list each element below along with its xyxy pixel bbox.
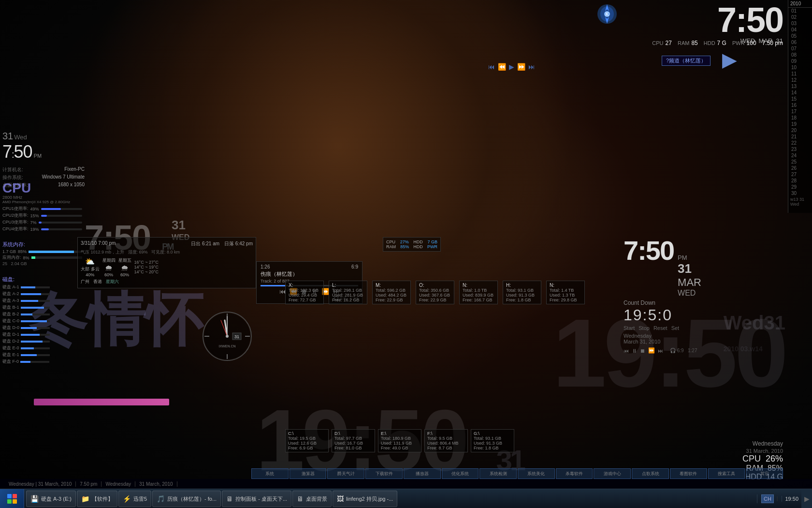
taskbar-item-hdd[interactable]: 💾 硬盘 A-3 (E:) <box>26 491 76 507</box>
cpu-stat: CPU 27 <box>652 40 672 46</box>
mc-play-icon[interactable]: ▶ <box>509 63 514 71</box>
weather-temps: 16°C ~ 27°C 14°C ~ 19°C 14°C ~ 20°C <box>134 260 159 274</box>
mc-fwd-icon[interactable]: ⏩ <box>517 63 525 71</box>
disk-e1-row: 硬盘 E-1 <box>2 352 82 358</box>
taskbar-item-img[interactable]: 🖼 linfeng2 持贝.jpg -... <box>333 491 397 507</box>
cn-track-label[interactable]: ?频道（林忆莲） <box>662 56 710 66</box>
rw-next-icon[interactable]: ⏭ <box>658 348 663 354</box>
skin-btn-system[interactable]: 系统 <box>251 468 289 479</box>
brs-cpu-display: CPU 26% <box>742 454 783 464</box>
clock-time-display: 7:50 <box>717 2 783 37</box>
skin-btn-antivirus[interactable]: 杀毒软件 <box>556 468 593 479</box>
ram-overlay-row: RAM 85% HDD PWR <box>386 244 437 249</box>
skin-btn-detect[interactable]: 系统检测 <box>479 468 517 479</box>
disk-l: L: Total: 298.1 GB Used: 281.9 GB Free: … <box>329 281 367 304</box>
media-controls-center: ⏮ ⏪ ▶ ⏩ ⏭ <box>488 63 535 71</box>
svg-rect-16 <box>7 494 12 498</box>
cpu-model: AMD Phenom(tm)II X4 925 @ 2.80GHz <box>2 200 82 204</box>
calendar-day-10: 10 <box>788 64 812 71</box>
disk-n2: N: Total: 1.4 TB Used: 1.3 TB Free: 29.8… <box>546 281 585 304</box>
taskbar-item-bg[interactable]: 🖥 桌面背景 <box>292 491 332 507</box>
countdown-set-btn[interactable]: Set <box>671 325 680 331</box>
disk-c-bottom: C:\ Total: 19.5 GB Used: 12.6 GB Free: 6… <box>285 429 329 452</box>
rw-prev-icon[interactable]: ⏮ <box>624 348 629 354</box>
deco-arrow-icon: ▶ <box>722 48 737 71</box>
calendar-day-16: 16 <box>788 102 812 108</box>
skin-buttons-row: 系统 激算器 爵天气计 下载软件 播放器 优化系统 系统检测 系统美化 杀毒软件… <box>251 468 783 479</box>
rw-stop-icon[interactable]: ⏹ <box>640 348 645 354</box>
skin-btn-photos[interactable]: 看图软件 <box>670 468 707 479</box>
mc-rew-icon[interactable]: ⏪ <box>498 63 506 71</box>
mem-row-2: 应用内存: 8% <box>2 254 82 261</box>
skin-btn-player[interactable]: 播放器 <box>404 468 441 479</box>
skin-btn-beauty[interactable]: 系统美化 <box>518 468 555 479</box>
calendar-day-02: 02 <box>788 14 812 20</box>
disk-h: H: Total: 93.1 GB Used: 91.3 GB Free: 1.… <box>503 281 541 304</box>
disk-e-bottom: E:\ Total: 180.9 GB Used: 131.9 GB Free:… <box>378 429 421 452</box>
calendar-year: 2010 <box>788 0 812 8</box>
weather-cities2: 广州 香港 星期六 <box>81 279 253 285</box>
skin-btn-weather[interactable]: 爵天气计 <box>327 468 364 479</box>
countdown-stop-btn[interactable]: Stop <box>638 325 650 331</box>
taskbar-item-thunder[interactable]: ⚡ 迅雷5 <box>118 491 151 507</box>
taskbar-arrow-btn[interactable]: ▶ <box>801 489 812 508</box>
weather-day2: 星期四 🌧 60% <box>102 257 116 277</box>
disk-a2-row: 硬盘 A-2 <box>2 291 82 297</box>
calendar-day-24: 24 <box>788 152 812 159</box>
status-day: Wednesday <box>102 481 135 487</box>
time-stat: 7.50 pm <box>762 40 783 46</box>
calendar-day-22: 22 <box>788 140 812 146</box>
weather-days-row: ⛅ 大部 多云 40% 星期四 🌧 60% 星期五 🌧 60% 16°C ~ 2… <box>81 257 253 277</box>
stats-bar: CPU 27 RAM 85 HDD 7 G PWR 100 7.50 pm <box>652 40 783 46</box>
calendar-day-28: 28 <box>788 178 812 184</box>
mc-next-icon[interactable]: ⏭ <box>528 63 535 71</box>
media-track-name: 伤痕（林忆莲） <box>261 270 358 278</box>
mc-prev-icon[interactable]: ⏮ <box>488 63 495 71</box>
rw-pause-icon[interactable]: ⏸ <box>632 348 637 354</box>
desktop2-icon: 🖥 <box>297 495 304 503</box>
countdown-date-info: Wednesday March 31, 2010 <box>624 333 783 344</box>
calendar-strip: 2010 01 02 03 04 05 06 07 08 09 10 11 12… <box>788 0 812 213</box>
taskbar-clock: 19:50 <box>782 496 801 502</box>
disk-usage-area: X: Total: 102.3 GB Used: 29.4 GB Free: 7… <box>285 281 628 304</box>
calendar-day-20: 20 <box>788 127 812 134</box>
cpu-widget: CPU 2800 MHz AMD Phenom(tm)II X4 925 @ 2… <box>2 181 82 233</box>
skin-btn-calc[interactable]: 激算器 <box>290 468 327 479</box>
disk-o: O: Total: 350.6 GB Used: 367.6 GB Free: … <box>416 281 454 304</box>
wallpaper-portrait <box>72 0 604 416</box>
left-clock-day: Wed <box>14 134 27 141</box>
skin-btn-other[interactable]: 其它 <box>746 468 783 479</box>
mem-used-display: 25 2.04 GB <box>2 261 82 266</box>
countdown-reset-btn[interactable]: Reset <box>653 325 667 331</box>
taskbar-item-soft[interactable]: 📁 【软件】 <box>77 491 117 507</box>
calendar-day-12: 12 <box>788 77 812 83</box>
countdown-start-btn[interactable]: Start <box>624 325 635 331</box>
svg-rect-17 <box>13 494 17 498</box>
weather-date: 3/31/10 7:00 pm <box>81 240 116 247</box>
calendar-week-label: w13 31 Wed <box>788 196 812 207</box>
skin-btn-optimize[interactable]: 优化系统 <box>442 468 479 479</box>
rw-fwd-icon[interactable]: ⏩ <box>648 347 655 354</box>
taskbar-item-music[interactable]: 🎵 历痕（林忆莲）- fo... <box>152 491 221 507</box>
cpu1-row: CPU1使用率: 49% <box>2 206 82 212</box>
disk-row-1: X: Total: 102.3 GB Used: 29.4 GB Free: 7… <box>285 281 628 304</box>
disk-e0-row: 硬盘 E-0 <box>2 345 82 351</box>
calendar-day-03: 03 <box>788 20 812 27</box>
konqueror-icon[interactable]: K <box>595 2 619 26</box>
skin-btn-games[interactable]: 游戏中心 <box>594 468 631 479</box>
svg-point-12 <box>226 335 229 338</box>
disk-g-bottom: G:\ Total: 93.1 GB Used: 91.3 GB Free: 1… <box>471 429 514 452</box>
skin-btn-search[interactable]: 搜索工具 <box>708 468 745 479</box>
disk-b1-row: 硬盘 B-1 <box>2 304 82 311</box>
disk-b2-row: 硬盘 B-2 <box>2 311 82 317</box>
cpu3-row: CPU3使用率: 7% <box>2 219 82 225</box>
skin-btn-download[interactable]: 下载软件 <box>365 468 403 479</box>
bottom-status-bar: Wednesday | 31 March, 2010 7.50 pm Wedne… <box>0 479 812 489</box>
taskbar-item-cpanel[interactable]: 🖥 控制面板 - 桌面天下... <box>222 491 291 507</box>
skin-btn-music[interactable]: 点歌系统 <box>632 468 669 479</box>
status-wedday: Wednesday | 31 March, 2010 <box>5 481 76 487</box>
start-button[interactable] <box>0 489 24 508</box>
cpu-overlay-row: CPU 27% HDD 7 GB <box>386 239 437 244</box>
disk-n: N: Total: 1.0 TB Used: 839.9 GB Free: 16… <box>459 281 498 304</box>
disk-section-left: 磁盘: 硬盘 A-1 硬盘 A-2 硬盘 A-3 硬盘 B-1 硬盘 B-2 硬… <box>2 276 82 365</box>
